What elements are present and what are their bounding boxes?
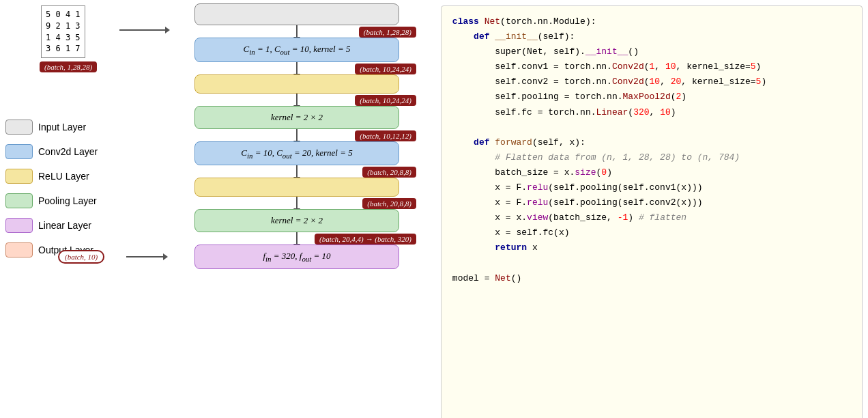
legend-box-linear bbox=[5, 218, 33, 233]
legend-label-linear: Linear Layer bbox=[38, 220, 91, 231]
layer-relu1 bbox=[194, 74, 399, 94]
legend-box-pooling bbox=[5, 193, 33, 208]
code-line-5: self.conv2 = torch.nn.Conv2d(10, 20, ker… bbox=[452, 74, 851, 89]
layer-input bbox=[194, 3, 399, 25]
legend-box-input bbox=[5, 120, 33, 135]
diagram-panel: 5 0 4 1 9 2 1 3 1 4 3 5 3 6 1 7 (batch, … bbox=[0, 0, 441, 418]
output-shape-badge: (batch, 10) bbox=[58, 250, 104, 264]
code-line-15: return x bbox=[452, 240, 851, 255]
code-line-14: x = self.fc(x) bbox=[452, 225, 851, 240]
layer-relu2 bbox=[194, 178, 399, 197]
layer-pool1: kernel = 2 × 2 bbox=[194, 106, 399, 129]
shape-badge-4: (batch, 20,8,8) bbox=[362, 167, 416, 178]
layer-conv2: Cin = 10, Cout = 20, kernel = 5 bbox=[194, 141, 399, 166]
legend-conv2d: Conv2d Layer bbox=[5, 144, 98, 159]
code-line-10: batch_size = x.size(0) bbox=[452, 165, 851, 180]
layer-pool2: kernel = 2 × 2 bbox=[194, 209, 399, 232]
code-line-4: self.conv1 = torch.nn.Conv2d(1, 10, kern… bbox=[452, 59, 851, 74]
code-line-9: # Flatten data from (n, 1, 28, 28) to (n… bbox=[452, 150, 851, 165]
legend-box-relu bbox=[5, 169, 33, 184]
code-line-11: x = F.relu(self.pooling(self.conv1(x))) bbox=[452, 180, 851, 195]
code-line-7: self.fc = torch.nn.Linear(320, 10) bbox=[452, 105, 851, 120]
code-panel: class Net(torch.nn.Module): def __init__… bbox=[441, 5, 863, 418]
code-blank-1 bbox=[452, 120, 851, 135]
code-line-16: model = Net() bbox=[452, 271, 851, 286]
shape-badge-6: (batch, 20,4,4) → (batch, 320) bbox=[315, 234, 416, 245]
shape-badge-5: (batch, 20,8,8) bbox=[362, 198, 416, 209]
code-line-2: def __init__(self): bbox=[452, 29, 851, 44]
shape-badge-2: (batch, 10,24,24) bbox=[355, 95, 416, 106]
image-to-layer-arrow bbox=[119, 29, 166, 31]
legend: Input Layer Conv2d Layer ReLU Layer Pool… bbox=[5, 120, 98, 257]
legend-relu: ReLU Layer bbox=[5, 169, 98, 184]
layer-linear: fin = 320, fout = 10 bbox=[194, 245, 399, 269]
legend-input: Input Layer bbox=[5, 120, 98, 135]
code-blank-2 bbox=[452, 256, 851, 271]
legend-pooling: Pooling Layer bbox=[5, 193, 98, 208]
legend-box-conv2d bbox=[5, 144, 33, 159]
code-line-8: def forward(self, x): bbox=[452, 135, 851, 150]
shape-badge-0: (batch, 1,28,28) bbox=[359, 27, 416, 38]
legend-label-relu: ReLU Layer bbox=[38, 171, 89, 182]
legend-label-pooling: Pooling Layer bbox=[38, 195, 97, 206]
legend-box-output bbox=[5, 242, 33, 257]
shape-badge-1: (batch, 10,24,24) bbox=[355, 64, 416, 74]
code-line-3: super(Net, self).__init__() bbox=[452, 44, 851, 59]
network: (batch, 1,28,28) Cin = 1, Cout = 10, ker… bbox=[164, 3, 430, 269]
code-line-6: self.pooling = torch.nn.MaxPool2d(2) bbox=[452, 89, 851, 104]
legend-label-input: Input Layer bbox=[38, 122, 86, 133]
code-line-12: x = F.relu(self.pooling(self.conv2(x))) bbox=[452, 195, 851, 210]
code-line-1: class Net(torch.nn.Module): bbox=[452, 14, 851, 29]
layer-conv1: Cin = 1, Cout = 10, kernel = 5 bbox=[194, 38, 399, 62]
input-image: 5 0 4 1 9 2 1 3 1 4 3 5 3 6 1 7 bbox=[41, 5, 85, 58]
legend-label-conv2d: Conv2d Layer bbox=[38, 146, 98, 157]
legend-linear: Linear Layer bbox=[5, 218, 98, 233]
code-line-13: x = x.view(batch_size, -1) # flatten bbox=[452, 210, 851, 225]
input-shape-badge: (batch, 1,28,28) bbox=[40, 61, 97, 72]
shape-badge-3: (batch, 10,12,12) bbox=[355, 130, 416, 141]
